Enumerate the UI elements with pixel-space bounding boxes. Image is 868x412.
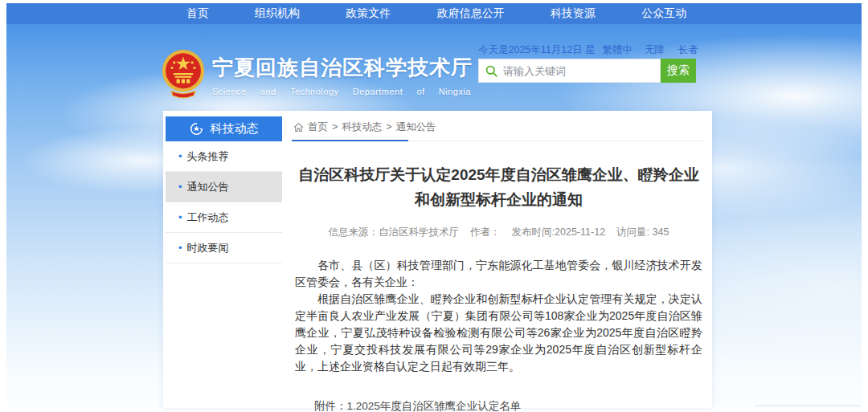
- subtitle-word: and: [260, 87, 276, 96]
- search-row: 搜索: [478, 59, 696, 83]
- meta-source: 信息来源：自治区科学技术厅: [329, 226, 460, 239]
- sidebar-menu: • 头条推荐 • 通知公告 • 工作动态 • 时政要闻: [166, 141, 282, 263]
- main-column: 首页 > 科技动态 > 通知公告 自治区科技厅关于认定2025年度自治区雏鹰企业…: [292, 116, 706, 412]
- nav-item-gov-info[interactable]: 政府信息公开: [437, 6, 505, 21]
- attachment-link-eagle-list[interactable]: 1.2025年度自治区雏鹰企业认定名单: [347, 398, 554, 412]
- sidebar-item-label: 头条推荐: [187, 149, 229, 164]
- sidebar-item-headlines[interactable]: • 头条推荐: [166, 141, 282, 172]
- article-body: 各市、县（区）科技管理部门，宁东能源化工基地管委会，银川经济技术开发区管委会，各…: [292, 257, 706, 375]
- article-paragraph: 根据自治区雏鹰企业、瞪羚企业和创新型标杆企业认定管理有关规定，决定认定半亩良人农…: [295, 291, 702, 375]
- article-meta: 信息来源：自治区科学技术厅 作者： 发布时间:2025-11-12 访问量: 3…: [292, 226, 706, 239]
- top-nav: 首页 组织机构 政策文件 政府信息公开 科技资源 公众互动: [6, 3, 862, 24]
- breadcrumb-scitech-news[interactable]: 科技动态: [342, 120, 382, 134]
- nav-item-sci-resources[interactable]: 科技资源: [551, 6, 596, 21]
- site-subtitle: Science and Technology Department of Nin…: [212, 87, 471, 96]
- sidebar-item-label: 通知公告: [187, 180, 229, 194]
- search-input[interactable]: [503, 65, 653, 77]
- subtitle-word: Ningxia: [439, 87, 471, 96]
- meta-author: 作者：: [470, 226, 501, 239]
- meta-publish-time: 发布时间:2025-11-12: [512, 226, 606, 239]
- sky-background: 宁夏回族自治区科学技术厅 Science and Technology Depa…: [6, 24, 862, 408]
- breadcrumb-notices[interactable]: 通知公告: [396, 120, 436, 134]
- dynamic-star-icon: [190, 122, 203, 136]
- page: 首页 组织机构 政策文件 政府信息公开 科技资源 公众互动 宁: [0, 0, 868, 412]
- sidebar-item-notices[interactable]: • 通知公告: [166, 172, 282, 202]
- breadcrumb: 首页 > 科技动态 > 通知公告: [292, 116, 706, 137]
- attachments-block: 附件： 1.2025年度自治区雏鹰企业认定名单 2.2025年度自治区瞪羚企业认…: [292, 398, 706, 412]
- bullet-icon: •: [178, 211, 182, 223]
- bottom-peek-element: [755, 405, 862, 408]
- bullet-icon: •: [178, 242, 182, 254]
- sidebar-item-label: 工作动态: [187, 210, 229, 225]
- article-title-line2: 和创新型标杆企业的通知: [292, 187, 706, 212]
- home-icon: [293, 122, 304, 133]
- nav-item-organization[interactable]: 组织机构: [255, 6, 300, 21]
- subtitle-word: of: [416, 87, 424, 96]
- site-title: 宁夏回族自治区科学技术厅: [212, 54, 477, 82]
- attachments-label: 附件：: [314, 398, 347, 412]
- attachments-list: 1.2025年度自治区雏鹰企业认定名单 2.2025年度自治区瞪羚企业认定名单 …: [347, 398, 554, 412]
- site-identity: 宁夏回族自治区科学技术厅 Science and Technology Depa…: [212, 54, 477, 96]
- nav-item-public-interaction[interactable]: 公众互动: [641, 6, 686, 21]
- sidebar-header: 科技动态: [166, 116, 282, 141]
- content-panel: 科技动态 • 头条推荐 • 通知公告 • 工作动态: [163, 111, 712, 408]
- sidebar: 科技动态 • 头条推荐 • 通知公告 • 工作动态: [166, 116, 282, 263]
- bullet-icon: •: [178, 150, 182, 162]
- search-box: [478, 59, 661, 83]
- national-emblem-logo: [161, 47, 206, 99]
- subtitle-word: Department: [353, 87, 403, 96]
- nav-item-home[interactable]: 首页: [186, 6, 209, 21]
- breadcrumb-home[interactable]: 首页: [308, 120, 328, 134]
- meta-visits: 访问量: 345: [616, 226, 669, 239]
- article-paragraph: 各市、县（区）科技管理部门，宁东能源化工基地管委会，银川经济技术开发区管委会，各…: [295, 257, 702, 291]
- breadcrumb-separator: >: [386, 121, 391, 133]
- search-icon: [485, 65, 497, 77]
- sidebar-item-work-trends[interactable]: • 工作动态: [166, 202, 282, 233]
- nav-item-policy-docs[interactable]: 政策文件: [346, 6, 391, 21]
- breadcrumb-underline: [292, 137, 706, 141]
- search-button[interactable]: 搜索: [661, 59, 696, 83]
- bullet-icon: •: [178, 181, 182, 193]
- sidebar-item-political-news[interactable]: • 时政要闻: [166, 233, 282, 263]
- sidebar-title: 科技动态: [211, 121, 259, 137]
- subtitle-word: Science: [212, 87, 247, 96]
- article-title: 自治区科技厅关于认定2025年度自治区雏鹰企业、瞪羚企业 和创新型标杆企业的通知: [292, 162, 706, 213]
- breadcrumb-separator: >: [332, 121, 338, 133]
- article-title-line1: 自治区科技厅关于认定2025年度自治区雏鹰企业、瞪羚企业: [292, 162, 706, 187]
- top-nav-list: 首页 组织机构 政策文件 政府信息公开 科技资源 公众互动: [163, 3, 710, 24]
- sidebar-item-label: 时政要闻: [187, 241, 229, 255]
- subtitle-word: Technology: [290, 87, 339, 96]
